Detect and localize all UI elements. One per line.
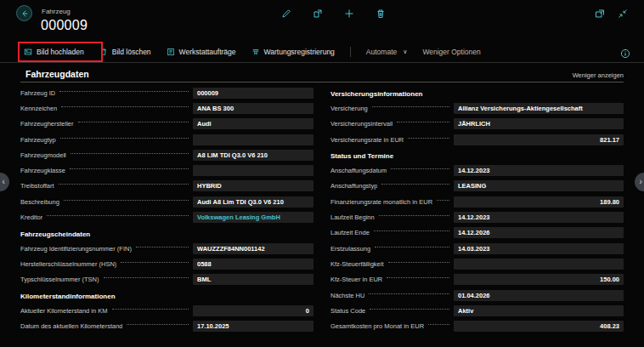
field-label: Nächste HU <box>330 292 364 299</box>
collapse-icon[interactable] <box>617 8 628 19</box>
field-row: Finanzierungsrate monatlich in EUR189.80 <box>330 194 624 209</box>
field-label: Kennzeichen <box>20 105 57 112</box>
field-value[interactable]: 0588 <box>193 259 314 270</box>
field-row: TreibstoffartHYBRID <box>20 179 314 194</box>
field-row: Laufzeit Beginn14.12.2023 <box>330 209 624 225</box>
field-value[interactable]: Audi A8 Lim TDI Q3.0 V6 210 <box>193 196 314 208</box>
add-icon[interactable] <box>343 8 354 19</box>
field-value[interactable]: 14.12.2026 <box>454 227 624 238</box>
field-row: VersicherungsintervallJÄHRLICH <box>330 117 624 132</box>
field-label: Treibstoffart <box>20 182 54 190</box>
dotted-leader <box>387 277 449 278</box>
section-header: Fahrzeugdaten Weniger anzeigen <box>0 66 644 82</box>
field-value[interactable] <box>193 165 314 176</box>
field-label: Beschreibung <box>20 198 59 206</box>
field-label: Laufzeit Beginn <box>330 213 375 221</box>
action-werkstattaufträge[interactable]: Werkstattaufträge <box>167 48 236 56</box>
right-column: VersicherungsinformationenVersicherungAl… <box>330 85 624 334</box>
dotted-leader <box>408 138 449 139</box>
dotted-leader <box>375 247 449 247</box>
field-value[interactable]: WAUZZZF84NN001142 <box>193 243 314 254</box>
dotted-leader <box>59 91 189 92</box>
field-value-link[interactable]: Volkswagen Leasing GmbH <box>193 212 314 223</box>
workshop-orders-icon <box>167 48 175 56</box>
field-value[interactable]: 821.17 <box>454 134 624 145</box>
dotted-leader <box>71 153 189 154</box>
field-label: Herstellerschlüsselnummer (HSN) <box>20 260 116 268</box>
share-icon[interactable] <box>312 8 323 19</box>
dotted-leader <box>388 262 449 263</box>
field-value[interactable]: 0 <box>193 305 314 316</box>
show-less-link[interactable]: Weniger anzeigen <box>573 71 624 79</box>
field-value[interactable]: BML <box>193 274 314 285</box>
dotted-leader <box>381 184 449 185</box>
delete-icon[interactable] <box>375 8 386 19</box>
action-bild-löschen[interactable]: Bild löschen <box>99 48 151 56</box>
field-value[interactable]: A8 LIM TDI Q3.0 V6 210 <box>193 150 314 161</box>
field-row: VersicherungAllianz Versicherungs-Aktien… <box>330 100 624 116</box>
previous-record-button[interactable]: ‹ <box>0 173 9 191</box>
field-value[interactable]: LEASING <box>454 180 624 191</box>
dotted-leader <box>372 106 449 107</box>
field-value[interactable]: 01.04.2026 <box>454 290 624 301</box>
field-value[interactable]: Aktiv <box>454 305 624 316</box>
action-label: Bild hochladen <box>37 48 84 56</box>
field-value[interactable]: Audi <box>193 118 314 129</box>
field-label: Kreditor <box>20 213 42 221</box>
field-value[interactable]: 408.23 <box>454 321 624 332</box>
next-record-button[interactable]: › <box>635 173 644 191</box>
page-caption: Fahrzeug <box>42 8 71 15</box>
field-row: KreditorVolkswagen Leasing GmbH <box>20 209 314 225</box>
field-label: Fahrzeughersteller <box>20 120 74 128</box>
field-value[interactable] <box>454 259 624 270</box>
action-bild-hochladen[interactable]: Bild hochladen <box>24 48 84 56</box>
field-value[interactable]: 150.00 <box>454 274 624 285</box>
field-row: BeschreibungAudi A8 Lim TDI Q3.0 V6 210 <box>20 194 314 209</box>
field-row: FahrzeugherstellerAudi <box>20 117 314 132</box>
action-automate[interactable]: Automate∨ <box>366 48 408 56</box>
field-label: Anschaffungstyp <box>330 182 377 190</box>
dotted-leader <box>78 122 189 122</box>
field-value[interactable]: 189.80 <box>454 196 624 208</box>
field-value[interactable]: 14.03.2023 <box>454 243 624 254</box>
page-title: 000009 <box>41 18 88 33</box>
edit-icon[interactable] <box>280 8 291 19</box>
dotted-leader <box>428 324 449 325</box>
back-button[interactable] <box>16 5 32 21</box>
field-row: Kfz-Steuerfälligkeit <box>330 256 624 271</box>
dotted-leader <box>369 293 449 294</box>
field-value[interactable]: 14.12.2023 <box>454 165 624 176</box>
dotted-leader <box>379 215 449 216</box>
field-value[interactable]: 000009 <box>193 88 314 99</box>
action-wartungsregistrierung[interactable]: Wartungsregistrierung <box>251 48 335 56</box>
field-label: Laufzeit Ende <box>330 229 370 236</box>
window-controls <box>594 8 628 19</box>
popout-icon[interactable] <box>594 8 605 19</box>
field-label: Versicherungsrate in EUR <box>330 136 404 144</box>
field-group-header: Status und Termine <box>330 147 624 162</box>
info-icon[interactable] <box>620 47 630 57</box>
maintenance-registration-icon <box>251 48 260 56</box>
field-label: Fahrzeugmodell <box>20 151 66 159</box>
field-value[interactable] <box>193 134 314 145</box>
chevron-left-icon: ‹ <box>2 176 5 186</box>
field-value[interactable]: JÄHRLICH <box>454 118 624 129</box>
field-row: Erstzulassung14.03.2023 <box>330 241 624 256</box>
action-label: Bild löschen <box>112 48 151 56</box>
field-value[interactable]: Allianz Versicherungs-Aktiengesellschaft <box>454 103 624 114</box>
field-label: Fahrzeugtyp <box>20 136 56 144</box>
field-value[interactable]: 14.12.2023 <box>454 212 624 223</box>
field-label: Kfz-Steuerfälligkeit <box>330 260 384 268</box>
field-label: Finanzierungsrate monatlich in EUR <box>330 198 432 206</box>
dotted-leader <box>70 168 189 169</box>
image-delete-icon <box>99 48 108 56</box>
field-value[interactable]: 17.10.2025 <box>193 321 314 332</box>
field-value[interactable]: ANA BS 300 <box>193 103 314 114</box>
field-label: Fahrzeug ID <box>20 89 55 97</box>
field-row: Nächste HU01.04.2026 <box>330 287 624 303</box>
chevron-right-icon: › <box>639 176 642 186</box>
dotted-leader <box>121 262 189 263</box>
action-bar-divider <box>350 47 351 57</box>
action-weniger-optionen[interactable]: Weniger Optionen <box>422 48 480 56</box>
field-value[interactable]: HYBRID <box>193 180 314 191</box>
